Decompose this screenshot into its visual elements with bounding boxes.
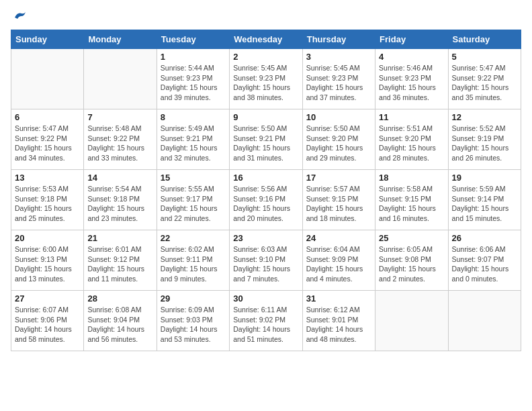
day-detail: Sunrise: 6:09 AM Sunset: 9:03 PM Dayligh… [161, 305, 226, 345]
day-of-week-header: Friday [375, 30, 448, 49]
calendar-cell: 27Sunrise: 6:07 AM Sunset: 9:06 PM Dayli… [11, 291, 84, 351]
day-number: 22 [161, 233, 226, 243]
day-number: 28 [87, 293, 152, 304]
calendar-cell: 23Sunrise: 6:03 AM Sunset: 9:10 PM Dayli… [230, 230, 302, 291]
day-detail: Sunrise: 5:50 AM Sunset: 9:21 PM Dayligh… [233, 124, 298, 163]
day-detail: Sunrise: 5:50 AM Sunset: 9:20 PM Dayligh… [306, 124, 371, 163]
day-number: 19 [452, 173, 517, 183]
calendar-week-row: 6Sunrise: 5:47 AM Sunset: 9:22 PM Daylig… [11, 109, 521, 170]
calendar-cell: 31Sunrise: 6:12 AM Sunset: 9:01 PM Dayli… [302, 291, 375, 351]
calendar-cell: 26Sunrise: 6:06 AM Sunset: 9:07 PM Dayli… [448, 230, 521, 291]
calendar-cell: 4Sunrise: 5:46 AM Sunset: 9:23 PM Daylig… [375, 49, 448, 109]
day-number: 14 [87, 173, 152, 183]
page-header [11, 11, 521, 23]
day-detail: Sunrise: 6:11 AM Sunset: 9:02 PM Dayligh… [233, 305, 298, 345]
day-number: 10 [306, 112, 371, 122]
calendar-cell: 1Sunrise: 5:44 AM Sunset: 9:23 PM Daylig… [157, 49, 229, 109]
day-detail: Sunrise: 6:04 AM Sunset: 9:09 PM Dayligh… [306, 244, 371, 284]
calendar-cell: 11Sunrise: 5:51 AM Sunset: 9:20 PM Dayli… [375, 109, 448, 170]
day-detail: Sunrise: 5:58 AM Sunset: 9:15 PM Dayligh… [379, 184, 444, 224]
calendar-week-row: 1Sunrise: 5:44 AM Sunset: 9:23 PM Daylig… [11, 49, 521, 109]
calendar-week-row: 27Sunrise: 6:07 AM Sunset: 9:06 PM Dayli… [11, 291, 521, 351]
day-detail: Sunrise: 6:07 AM Sunset: 9:06 PM Dayligh… [15, 305, 80, 345]
day-detail: Sunrise: 5:51 AM Sunset: 9:20 PM Dayligh… [379, 124, 444, 163]
calendar-cell: 3Sunrise: 5:45 AM Sunset: 9:23 PM Daylig… [302, 49, 375, 109]
day-number: 4 [379, 52, 444, 62]
day-number: 17 [306, 173, 371, 183]
logo [11, 11, 27, 23]
day-number: 8 [161, 112, 226, 122]
day-number: 13 [15, 173, 80, 183]
day-detail: Sunrise: 5:45 AM Sunset: 9:23 PM Dayligh… [306, 63, 371, 103]
day-number: 29 [161, 293, 226, 304]
day-detail: Sunrise: 5:45 AM Sunset: 9:23 PM Dayligh… [233, 63, 298, 103]
day-number: 2 [233, 52, 298, 62]
calendar-cell: 18Sunrise: 5:58 AM Sunset: 9:15 PM Dayli… [375, 170, 448, 230]
calendar-cell: 15Sunrise: 5:55 AM Sunset: 9:17 PM Dayli… [157, 170, 229, 230]
calendar-cell [11, 49, 84, 109]
day-detail: Sunrise: 6:03 AM Sunset: 9:10 PM Dayligh… [233, 244, 298, 284]
day-number: 5 [452, 52, 517, 62]
calendar-cell: 17Sunrise: 5:57 AM Sunset: 9:15 PM Dayli… [302, 170, 375, 230]
calendar-cell: 12Sunrise: 5:52 AM Sunset: 9:19 PM Dayli… [448, 109, 521, 170]
calendar-cell: 16Sunrise: 5:56 AM Sunset: 9:16 PM Dayli… [230, 170, 302, 230]
calendar-cell: 28Sunrise: 6:08 AM Sunset: 9:04 PM Dayli… [84, 291, 157, 351]
day-detail: Sunrise: 5:47 AM Sunset: 9:22 PM Dayligh… [15, 124, 80, 163]
day-number: 11 [379, 112, 444, 122]
calendar-cell: 21Sunrise: 6:01 AM Sunset: 9:12 PM Dayli… [84, 230, 157, 291]
calendar-week-row: 13Sunrise: 5:53 AM Sunset: 9:18 PM Dayli… [11, 170, 521, 230]
day-detail: Sunrise: 5:44 AM Sunset: 9:23 PM Dayligh… [161, 63, 226, 103]
day-number: 18 [379, 173, 444, 183]
calendar-cell: 24Sunrise: 6:04 AM Sunset: 9:09 PM Dayli… [302, 230, 375, 291]
day-detail: Sunrise: 6:08 AM Sunset: 9:04 PM Dayligh… [87, 305, 152, 345]
day-detail: Sunrise: 6:00 AM Sunset: 9:13 PM Dayligh… [15, 244, 80, 284]
calendar-cell: 25Sunrise: 6:05 AM Sunset: 9:08 PM Dayli… [375, 230, 448, 291]
day-number: 7 [87, 112, 152, 122]
day-detail: Sunrise: 5:46 AM Sunset: 9:23 PM Dayligh… [379, 63, 444, 103]
calendar-cell: 13Sunrise: 5:53 AM Sunset: 9:18 PM Dayli… [11, 170, 84, 230]
calendar-cell [84, 49, 157, 109]
day-number: 31 [306, 293, 371, 304]
calendar-cell: 29Sunrise: 6:09 AM Sunset: 9:03 PM Dayli… [157, 291, 229, 351]
day-number: 24 [306, 233, 371, 243]
day-detail: Sunrise: 6:02 AM Sunset: 9:11 PM Dayligh… [161, 244, 226, 284]
day-of-week-header: Wednesday [230, 30, 302, 49]
calendar-cell: 9Sunrise: 5:50 AM Sunset: 9:21 PM Daylig… [230, 109, 302, 170]
day-detail: Sunrise: 6:01 AM Sunset: 9:12 PM Dayligh… [87, 244, 152, 284]
day-number: 16 [233, 173, 298, 183]
logo-bird-icon [12, 8, 27, 23]
calendar-table: SundayMondayTuesdayWednesdayThursdayFrid… [11, 30, 521, 351]
calendar-header-row: SundayMondayTuesdayWednesdayThursdayFrid… [11, 30, 521, 49]
day-number: 30 [233, 293, 298, 304]
day-detail: Sunrise: 6:12 AM Sunset: 9:01 PM Dayligh… [306, 305, 371, 345]
day-number: 15 [161, 173, 226, 183]
day-number: 12 [452, 112, 517, 122]
calendar-cell: 19Sunrise: 5:59 AM Sunset: 9:14 PM Dayli… [448, 170, 521, 230]
day-detail: Sunrise: 6:06 AM Sunset: 9:07 PM Dayligh… [452, 244, 517, 284]
day-detail: Sunrise: 5:59 AM Sunset: 9:14 PM Dayligh… [452, 184, 517, 224]
day-detail: Sunrise: 5:49 AM Sunset: 9:21 PM Dayligh… [161, 124, 226, 163]
calendar-cell: 30Sunrise: 6:11 AM Sunset: 9:02 PM Dayli… [230, 291, 302, 351]
calendar-cell: 22Sunrise: 6:02 AM Sunset: 9:11 PM Dayli… [157, 230, 229, 291]
day-number: 3 [306, 52, 371, 62]
calendar-cell: 14Sunrise: 5:54 AM Sunset: 9:18 PM Dayli… [84, 170, 157, 230]
calendar-cell: 8Sunrise: 5:49 AM Sunset: 9:21 PM Daylig… [157, 109, 229, 170]
calendar-cell [448, 291, 521, 351]
day-of-week-header: Tuesday [157, 30, 229, 49]
day-of-week-header: Thursday [302, 30, 375, 49]
day-of-week-header: Saturday [448, 30, 521, 49]
calendar-cell: 5Sunrise: 5:47 AM Sunset: 9:22 PM Daylig… [448, 49, 521, 109]
day-number: 1 [161, 52, 226, 62]
day-number: 6 [15, 112, 80, 122]
calendar-cell: 7Sunrise: 5:48 AM Sunset: 9:22 PM Daylig… [84, 109, 157, 170]
day-detail: Sunrise: 5:56 AM Sunset: 9:16 PM Dayligh… [233, 184, 298, 224]
day-detail: Sunrise: 5:52 AM Sunset: 9:19 PM Dayligh… [452, 124, 517, 163]
day-number: 9 [233, 112, 298, 122]
calendar-week-row: 20Sunrise: 6:00 AM Sunset: 9:13 PM Dayli… [11, 230, 521, 291]
calendar-cell: 2Sunrise: 5:45 AM Sunset: 9:23 PM Daylig… [230, 49, 302, 109]
day-number: 21 [87, 233, 152, 243]
day-number: 23 [233, 233, 298, 243]
day-number: 26 [452, 233, 517, 243]
day-detail: Sunrise: 5:48 AM Sunset: 9:22 PM Dayligh… [87, 124, 152, 163]
day-detail: Sunrise: 5:57 AM Sunset: 9:15 PM Dayligh… [306, 184, 371, 224]
